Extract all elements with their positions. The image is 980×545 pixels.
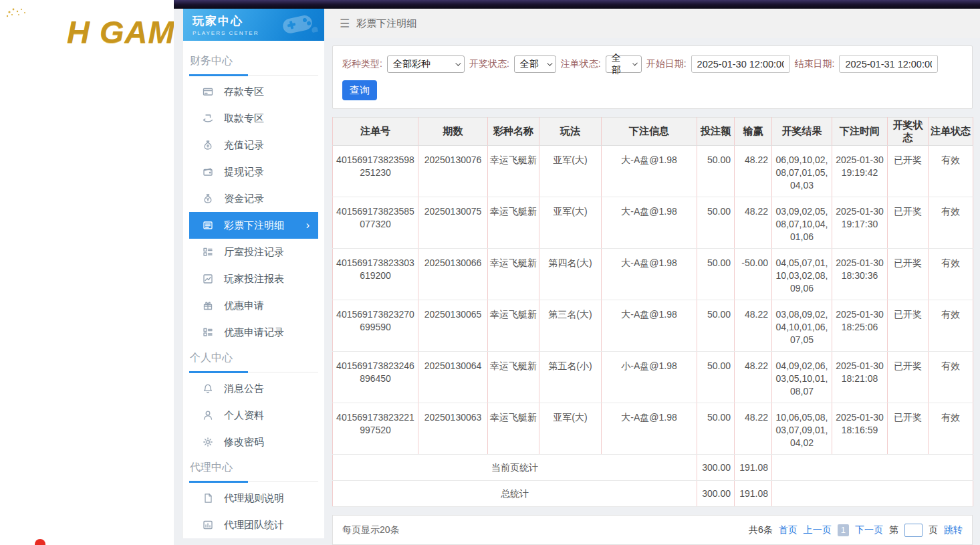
table-header-row: 注单号 期数 彩种名称 玩法 下注信息 投注额 输赢 开奖结果 下注时间 开奖状… <box>333 118 973 146</box>
sidebar-item-label: 代理团队统计 <box>224 519 284 532</box>
bell-icon <box>203 383 213 394</box>
chevron-right-icon: › <box>306 220 310 231</box>
promo-gift-icon <box>203 300 213 311</box>
sidebar-item-promo-records[interactable]: 优惠申请记录 <box>189 319 318 346</box>
sidebar-item-withdraw[interactable]: 取款专区 <box>189 105 318 132</box>
sidebar-item-change-password[interactable]: 修改密码 <box>189 429 318 455</box>
table-row: 40156917382324689645020250130064幸运飞艇新第五名… <box>333 352 973 403</box>
table-row: 40156917382358507732020250130075幸运飞艇新亚军(… <box>333 197 973 249</box>
hall-bet-list-icon <box>203 247 213 257</box>
sidebar-item-profile[interactable]: 个人资料 <box>189 402 318 429</box>
table-row: 40156917382359825123020250130076幸运飞艇新亚军(… <box>333 146 973 197</box>
user-icon <box>203 410 213 421</box>
section-label: 代理中心 <box>190 461 318 475</box>
main-pane: 玩家中心 PLAYERS CENTER 财务中心 <box>174 0 980 545</box>
order-status-select[interactable]: 全部 <box>606 56 642 73</box>
column-header: 开奖结果 <box>772 118 832 146</box>
recharge-bag-icon <box>203 140 213 150</box>
jump-suffix: 页 <box>929 524 938 536</box>
document-icon <box>203 493 213 504</box>
section-label: 财务中心 <box>190 54 318 68</box>
jump-button[interactable]: 跳转 <box>944 524 963 536</box>
start-date-label: 开始日期: <box>646 58 687 70</box>
sidebar-item-deposit[interactable]: 存款专区 <box>189 78 318 105</box>
table-row: 40156917382327069959020250130065幸运飞艇新第三名… <box>333 300 973 352</box>
sidebar-item-agent-team-stats[interactable]: 代理团队统计 <box>189 512 318 538</box>
section-underline <box>189 481 248 483</box>
sidebar-item-label: 取款专区 <box>224 112 264 125</box>
column-header: 注单号 <box>333 118 418 146</box>
content-area: ☰ 彩票下注明细 彩种类型: 全部彩种 开奖状态: 全部 <box>324 9 980 545</box>
summary-row-total: 总统计 300.00 191.08 <box>333 481 973 507</box>
wallet-icon <box>203 167 213 177</box>
gear-icon <box>203 437 213 447</box>
sidebar-item-label: 优惠申请 <box>224 300 264 312</box>
column-header: 输赢 <box>735 118 772 146</box>
end-date-label: 结束日期: <box>795 58 835 70</box>
page-title: 彩票下注明细 <box>356 17 416 30</box>
bet-details-table: 注单号 期数 彩种名称 玩法 下注信息 投注额 输赢 开奖结果 下注时间 开奖状… <box>332 117 973 507</box>
sidebar-item-label: 消息公告 <box>224 383 264 395</box>
sidebar-item-withdrawal-records[interactable]: 提现记录 <box>189 158 318 185</box>
summary-row-current-page: 当前页统计 300.00 191.08 <box>333 455 973 481</box>
page-jump-input[interactable] <box>904 524 923 537</box>
section-underline <box>189 74 248 76</box>
total-count-text: 共6条 <box>749 524 773 536</box>
order-status-label: 注单状态: <box>561 58 601 70</box>
section-underline <box>189 371 248 373</box>
page-header: ☰ 彩票下注明细 <box>324 9 980 38</box>
sidebar-item-label: 彩票下注明细 <box>224 219 284 232</box>
sidebar-item-label: 提现记录 <box>224 166 264 179</box>
column-header: 开奖状态 <box>888 118 929 146</box>
sidebar-item-announcements[interactable]: 消息公告 <box>189 375 318 402</box>
sidebar-item-hall-bet-records[interactable]: 厅室投注记录 <box>189 239 318 265</box>
report-chart-icon <box>203 274 213 284</box>
logo-text: H GAME <box>67 13 174 50</box>
promo-list-icon <box>203 327 213 338</box>
sidebar-header: 玩家中心 PLAYERS CENTER <box>183 9 324 41</box>
sidebar-item-recharge-records[interactable]: 充值记录 <box>189 132 318 158</box>
sidebar-item-label: 代理规则说明 <box>224 492 284 505</box>
sidebar-item-label: 修改密码 <box>224 436 264 449</box>
sidebar-item-funds-records[interactable]: 资金记录 <box>189 185 318 212</box>
sidebar-item-label: 个人资料 <box>224 409 264 422</box>
caret-down-icon <box>547 60 552 66</box>
filter-panel: 彩种类型: 全部彩种 开奖状态: 全部 注单状态: 全部 <box>332 45 973 109</box>
team-stats-icon <box>203 520 213 530</box>
bet-detail-icon <box>203 220 213 231</box>
sidebar-item-player-bet-report[interactable]: 玩家投注报表 <box>189 265 318 292</box>
sidebar: 玩家中心 PLAYERS CENTER 财务中心 <box>182 9 324 538</box>
current-page-badge: 1 <box>838 524 849 536</box>
draw-status-select[interactable]: 全部 <box>514 56 556 73</box>
draw-status-label: 开奖状态: <box>469 58 509 70</box>
start-date-input[interactable] <box>691 55 790 73</box>
end-date-input[interactable] <box>839 55 938 73</box>
screen: H GAME 玩家中心 PLAYERS CENTER <box>0 0 980 545</box>
logo: H GAME <box>5 7 174 56</box>
search-button[interactable]: 查询 <box>342 80 377 100</box>
menu-toggle-icon[interactable]: ☰ <box>340 17 350 31</box>
sidebar-item-label: 厅室投注记录 <box>224 246 284 259</box>
sidebar-section-agent: 代理中心 代理规则说明 代理团队统计 <box>189 461 318 538</box>
summary-label: 当前页统计 <box>333 455 697 481</box>
sidebar-item-promo-apply[interactable]: 优惠申请 <box>189 292 318 319</box>
brand-pane: H GAME <box>0 0 174 545</box>
bottom-red-icon <box>35 539 45 545</box>
sidebar-section-personal: 个人中心 消息公告 个人资料 修改密码 <box>189 351 318 455</box>
sidebar-item-label: 玩家投注报表 <box>224 273 284 286</box>
column-header: 彩种名称 <box>488 118 539 146</box>
prev-page-link[interactable]: 上一页 <box>804 524 832 536</box>
sidebar-item-agent-rules[interactable]: 代理规则说明 <box>189 485 318 512</box>
sidebar-item-label: 优惠申请记录 <box>224 326 284 339</box>
column-header: 投注额 <box>697 118 735 146</box>
jump-prefix: 第 <box>889 524 898 536</box>
withdraw-hand-icon <box>203 113 213 124</box>
sidebar-item-label: 资金记录 <box>224 193 264 205</box>
column-header: 玩法 <box>539 118 602 146</box>
sidebar-item-lottery-bet-details[interactable]: 彩票下注明细 › <box>189 212 318 239</box>
lottery-type-select[interactable]: 全部彩种 <box>387 56 465 73</box>
section-label: 个人中心 <box>190 351 318 365</box>
first-page-link[interactable]: 首页 <box>779 524 798 536</box>
next-page-link[interactable]: 下一页 <box>855 524 883 536</box>
caret-down-icon <box>455 60 461 66</box>
